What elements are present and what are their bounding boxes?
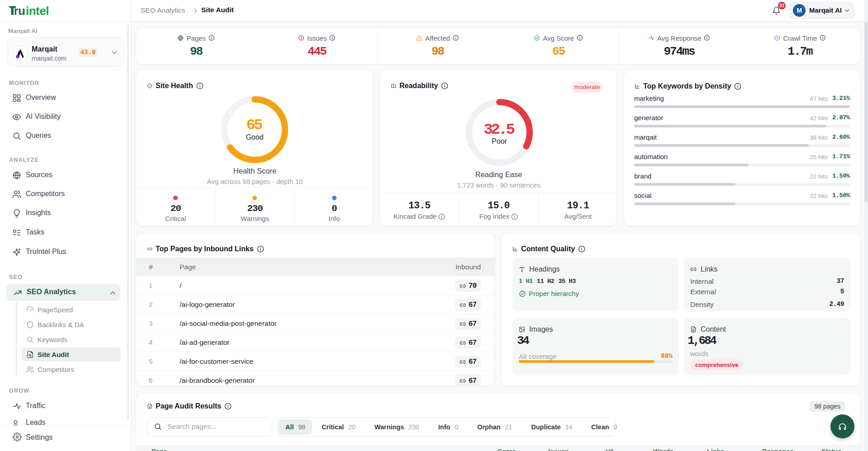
- svg-text:intel: intel: [26, 5, 49, 17]
- svg-text:ru: ru: [14, 5, 25, 17]
